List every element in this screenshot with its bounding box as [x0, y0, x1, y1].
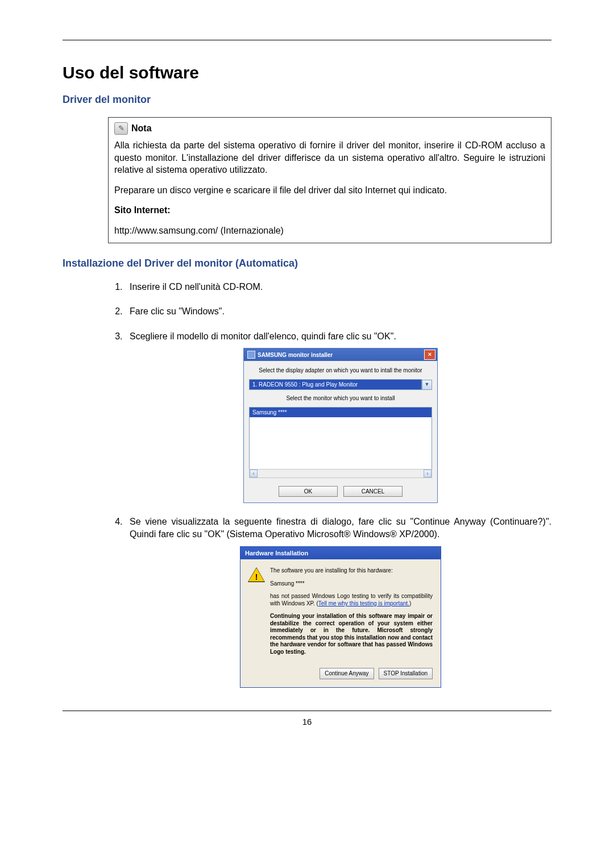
- close-icon[interactable]: ×: [424, 350, 435, 360]
- monitor-label: Select the monitor which you want to ins…: [249, 394, 432, 402]
- hw-dialog-wrap: Hardware Installation ! The software you…: [130, 546, 551, 688]
- monitor-list-item[interactable]: Samsung ****: [250, 408, 432, 418]
- step-3: Scegliere il modello di monitor dall'ele…: [125, 330, 551, 504]
- step-4: Se viene visualizzata la seguente finest…: [125, 516, 551, 688]
- adapter-select[interactable]: 1. RADEON 9550 : Plug and Play Monitor: [249, 379, 422, 391]
- hw-link[interactable]: Tell me why this testing is important.: [318, 600, 409, 607]
- page-number: 16: [63, 717, 551, 726]
- step-1: Inserire il CD nell'unità CD-ROM.: [125, 281, 551, 293]
- adapter-select-row: 1. RADEON 9550 : Plug and Play Monitor ▼: [249, 379, 432, 391]
- note-icon: ✎: [114, 122, 128, 135]
- section2-title: Installazione del Driver del monitor (Au…: [63, 258, 551, 269]
- installer-titlebar: SAMSUNG monitor installer ×: [244, 348, 437, 361]
- hw-product: Samsung ****: [270, 580, 433, 588]
- ok-button[interactable]: OK: [279, 486, 338, 497]
- installer-dialog-wrap: SAMSUNG monitor installer × Select the d…: [130, 348, 551, 503]
- scroll-right-icon[interactable]: ›: [424, 470, 432, 477]
- installer-body: Select the display adapter on which you …: [244, 361, 437, 502]
- page-heading: Uso del software: [63, 63, 551, 82]
- warning-icon: !: [248, 567, 264, 582]
- step-4-text: Se viene visualizzata la seguente finest…: [130, 516, 551, 540]
- step-2: Fare clic su "Windows".: [125, 305, 551, 318]
- hw-line2: has not passed Windows Logo testing to v…: [270, 593, 433, 607]
- hw-titlebar: Hardware Installation: [240, 547, 441, 560]
- site-url: http://www.samsung.com/ (Internazionale): [114, 225, 545, 237]
- hw-line1: The software you are installing for this…: [270, 567, 433, 575]
- installer-buttons: OK CANCEL: [249, 486, 432, 497]
- cancel-button[interactable]: CANCEL: [343, 486, 403, 497]
- note-paragraph-2: Preparare un disco vergine e scaricare i…: [114, 184, 545, 197]
- note-header: ✎ Nota: [114, 122, 545, 135]
- adapter-label: Select the display adapter on which you …: [249, 367, 432, 375]
- chevron-down-icon[interactable]: ▼: [422, 380, 432, 390]
- section1-title: Driver del monitor: [63, 94, 551, 106]
- installer-title-text: SAMSUNG monitor installer: [258, 351, 333, 359]
- hw-text: The software you are installing for this…: [270, 567, 433, 661]
- warning-bang: !: [248, 572, 264, 583]
- hw-buttons: Continue Anyway STOP Installation: [240, 666, 441, 687]
- steps-list: Inserire il CD nell'unità CD-ROM. Fare c…: [108, 281, 551, 688]
- top-rule: [63, 40, 551, 40]
- hardware-installation-dialog: Hardware Installation ! The software you…: [240, 546, 441, 688]
- step-3-text: Scegliere il modello di monitor dall'ele…: [130, 331, 396, 341]
- hw-line2b: ): [409, 600, 411, 607]
- note-box: ✎ Nota Alla richiesta da parte del siste…: [108, 117, 551, 243]
- hw-body: ! The software you are installing for th…: [240, 559, 441, 666]
- note-title: Nota: [131, 122, 152, 135]
- hw-bold-warning: Continuing your installation of this sof…: [270, 613, 433, 655]
- continue-anyway-button[interactable]: Continue Anyway: [320, 668, 374, 679]
- monitor-list[interactable]: Samsung ****: [249, 407, 432, 470]
- site-label: Sito Internet:: [114, 204, 545, 217]
- installer-title-icon: [247, 351, 255, 359]
- stop-installation-button[interactable]: STOP Installation: [379, 668, 433, 679]
- note-paragraph-1: Alla richiesta da parte del sistema oper…: [114, 139, 545, 176]
- horizontal-scrollbar[interactable]: ‹ ›: [249, 469, 432, 478]
- bottom-rule: [63, 711, 551, 711]
- scroll-left-icon[interactable]: ‹: [250, 470, 258, 477]
- installer-dialog: SAMSUNG monitor installer × Select the d…: [243, 348, 438, 503]
